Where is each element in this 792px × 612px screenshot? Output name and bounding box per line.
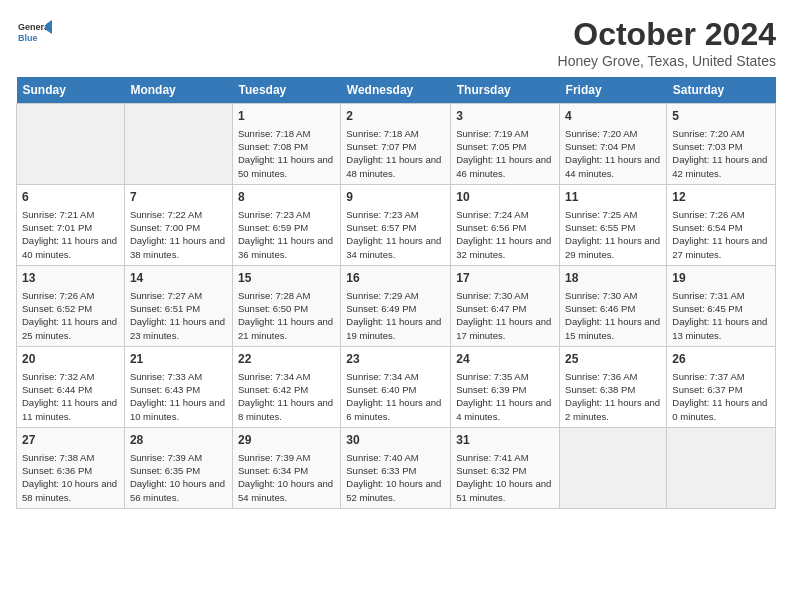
logo: General Blue bbox=[16, 16, 56, 52]
calendar-cell: 4Sunrise: 7:20 AM Sunset: 7:04 PM Daylig… bbox=[560, 104, 667, 185]
location: Honey Grove, Texas, United States bbox=[558, 53, 776, 69]
calendar-week-row: 13Sunrise: 7:26 AM Sunset: 6:52 PM Dayli… bbox=[17, 265, 776, 346]
day-number: 25 bbox=[565, 351, 661, 368]
calendar-header-row: SundayMondayTuesdayWednesdayThursdayFrid… bbox=[17, 77, 776, 104]
calendar-cell: 14Sunrise: 7:27 AM Sunset: 6:51 PM Dayli… bbox=[124, 265, 232, 346]
cell-content: Sunrise: 7:40 AM Sunset: 6:33 PM Dayligh… bbox=[346, 451, 445, 504]
day-number: 6 bbox=[22, 189, 119, 206]
calendar-cell: 29Sunrise: 7:39 AM Sunset: 6:34 PM Dayli… bbox=[232, 427, 340, 508]
calendar-cell bbox=[17, 104, 125, 185]
day-number: 13 bbox=[22, 270, 119, 287]
calendar-cell: 27Sunrise: 7:38 AM Sunset: 6:36 PM Dayli… bbox=[17, 427, 125, 508]
day-number: 16 bbox=[346, 270, 445, 287]
cell-content: Sunrise: 7:34 AM Sunset: 6:42 PM Dayligh… bbox=[238, 370, 335, 423]
calendar-cell: 23Sunrise: 7:34 AM Sunset: 6:40 PM Dayli… bbox=[341, 346, 451, 427]
cell-content: Sunrise: 7:22 AM Sunset: 7:00 PM Dayligh… bbox=[130, 208, 227, 261]
day-number: 7 bbox=[130, 189, 227, 206]
day-number: 15 bbox=[238, 270, 335, 287]
calendar-cell: 24Sunrise: 7:35 AM Sunset: 6:39 PM Dayli… bbox=[451, 346, 560, 427]
cell-content: Sunrise: 7:31 AM Sunset: 6:45 PM Dayligh… bbox=[672, 289, 770, 342]
calendar-cell: 10Sunrise: 7:24 AM Sunset: 6:56 PM Dayli… bbox=[451, 184, 560, 265]
calendar-week-row: 6Sunrise: 7:21 AM Sunset: 7:01 PM Daylig… bbox=[17, 184, 776, 265]
cell-content: Sunrise: 7:30 AM Sunset: 6:46 PM Dayligh… bbox=[565, 289, 661, 342]
day-number: 4 bbox=[565, 108, 661, 125]
cell-content: Sunrise: 7:38 AM Sunset: 6:36 PM Dayligh… bbox=[22, 451, 119, 504]
cell-content: Sunrise: 7:26 AM Sunset: 6:54 PM Dayligh… bbox=[672, 208, 770, 261]
cell-content: Sunrise: 7:20 AM Sunset: 7:04 PM Dayligh… bbox=[565, 127, 661, 180]
day-header: Saturday bbox=[667, 77, 776, 104]
calendar-cell: 12Sunrise: 7:26 AM Sunset: 6:54 PM Dayli… bbox=[667, 184, 776, 265]
cell-content: Sunrise: 7:19 AM Sunset: 7:05 PM Dayligh… bbox=[456, 127, 554, 180]
page-header: General Blue October 2024 Honey Grove, T… bbox=[16, 16, 776, 69]
day-number: 8 bbox=[238, 189, 335, 206]
calendar-cell: 17Sunrise: 7:30 AM Sunset: 6:47 PM Dayli… bbox=[451, 265, 560, 346]
cell-content: Sunrise: 7:18 AM Sunset: 7:07 PM Dayligh… bbox=[346, 127, 445, 180]
cell-content: Sunrise: 7:35 AM Sunset: 6:39 PM Dayligh… bbox=[456, 370, 554, 423]
cell-content: Sunrise: 7:39 AM Sunset: 6:35 PM Dayligh… bbox=[130, 451, 227, 504]
calendar-cell: 18Sunrise: 7:30 AM Sunset: 6:46 PM Dayli… bbox=[560, 265, 667, 346]
calendar-cell: 2Sunrise: 7:18 AM Sunset: 7:07 PM Daylig… bbox=[341, 104, 451, 185]
day-number: 26 bbox=[672, 351, 770, 368]
calendar-cell: 6Sunrise: 7:21 AM Sunset: 7:01 PM Daylig… bbox=[17, 184, 125, 265]
cell-content: Sunrise: 7:20 AM Sunset: 7:03 PM Dayligh… bbox=[672, 127, 770, 180]
cell-content: Sunrise: 7:18 AM Sunset: 7:08 PM Dayligh… bbox=[238, 127, 335, 180]
title-block: October 2024 Honey Grove, Texas, United … bbox=[558, 16, 776, 69]
calendar-cell bbox=[124, 104, 232, 185]
calendar-table: SundayMondayTuesdayWednesdayThursdayFrid… bbox=[16, 77, 776, 509]
calendar-cell: 25Sunrise: 7:36 AM Sunset: 6:38 PM Dayli… bbox=[560, 346, 667, 427]
day-number: 29 bbox=[238, 432, 335, 449]
day-header: Friday bbox=[560, 77, 667, 104]
cell-content: Sunrise: 7:41 AM Sunset: 6:32 PM Dayligh… bbox=[456, 451, 554, 504]
day-number: 28 bbox=[130, 432, 227, 449]
day-number: 18 bbox=[565, 270, 661, 287]
cell-content: Sunrise: 7:33 AM Sunset: 6:43 PM Dayligh… bbox=[130, 370, 227, 423]
day-number: 11 bbox=[565, 189, 661, 206]
day-number: 5 bbox=[672, 108, 770, 125]
calendar-cell: 3Sunrise: 7:19 AM Sunset: 7:05 PM Daylig… bbox=[451, 104, 560, 185]
cell-content: Sunrise: 7:27 AM Sunset: 6:51 PM Dayligh… bbox=[130, 289, 227, 342]
cell-content: Sunrise: 7:29 AM Sunset: 6:49 PM Dayligh… bbox=[346, 289, 445, 342]
calendar-cell: 15Sunrise: 7:28 AM Sunset: 6:50 PM Dayli… bbox=[232, 265, 340, 346]
day-number: 9 bbox=[346, 189, 445, 206]
calendar-cell: 5Sunrise: 7:20 AM Sunset: 7:03 PM Daylig… bbox=[667, 104, 776, 185]
day-number: 23 bbox=[346, 351, 445, 368]
calendar-cell: 30Sunrise: 7:40 AM Sunset: 6:33 PM Dayli… bbox=[341, 427, 451, 508]
day-number: 1 bbox=[238, 108, 335, 125]
calendar-week-row: 27Sunrise: 7:38 AM Sunset: 6:36 PM Dayli… bbox=[17, 427, 776, 508]
cell-content: Sunrise: 7:39 AM Sunset: 6:34 PM Dayligh… bbox=[238, 451, 335, 504]
calendar-cell: 19Sunrise: 7:31 AM Sunset: 6:45 PM Dayli… bbox=[667, 265, 776, 346]
calendar-cell: 22Sunrise: 7:34 AM Sunset: 6:42 PM Dayli… bbox=[232, 346, 340, 427]
calendar-cell: 26Sunrise: 7:37 AM Sunset: 6:37 PM Dayli… bbox=[667, 346, 776, 427]
calendar-cell: 11Sunrise: 7:25 AM Sunset: 6:55 PM Dayli… bbox=[560, 184, 667, 265]
day-number: 12 bbox=[672, 189, 770, 206]
cell-content: Sunrise: 7:21 AM Sunset: 7:01 PM Dayligh… bbox=[22, 208, 119, 261]
logo-icon: General Blue bbox=[16, 16, 52, 52]
calendar-cell: 20Sunrise: 7:32 AM Sunset: 6:44 PM Dayli… bbox=[17, 346, 125, 427]
day-number: 22 bbox=[238, 351, 335, 368]
calendar-week-row: 1Sunrise: 7:18 AM Sunset: 7:08 PM Daylig… bbox=[17, 104, 776, 185]
day-number: 10 bbox=[456, 189, 554, 206]
month-title: October 2024 bbox=[558, 16, 776, 53]
cell-content: Sunrise: 7:24 AM Sunset: 6:56 PM Dayligh… bbox=[456, 208, 554, 261]
day-header: Monday bbox=[124, 77, 232, 104]
day-header: Sunday bbox=[17, 77, 125, 104]
day-number: 17 bbox=[456, 270, 554, 287]
day-number: 31 bbox=[456, 432, 554, 449]
day-number: 19 bbox=[672, 270, 770, 287]
day-number: 27 bbox=[22, 432, 119, 449]
cell-content: Sunrise: 7:30 AM Sunset: 6:47 PM Dayligh… bbox=[456, 289, 554, 342]
calendar-cell bbox=[667, 427, 776, 508]
cell-content: Sunrise: 7:23 AM Sunset: 6:59 PM Dayligh… bbox=[238, 208, 335, 261]
calendar-cell: 16Sunrise: 7:29 AM Sunset: 6:49 PM Dayli… bbox=[341, 265, 451, 346]
calendar-cell: 13Sunrise: 7:26 AM Sunset: 6:52 PM Dayli… bbox=[17, 265, 125, 346]
calendar-cell: 21Sunrise: 7:33 AM Sunset: 6:43 PM Dayli… bbox=[124, 346, 232, 427]
day-header: Tuesday bbox=[232, 77, 340, 104]
day-number: 2 bbox=[346, 108, 445, 125]
cell-content: Sunrise: 7:25 AM Sunset: 6:55 PM Dayligh… bbox=[565, 208, 661, 261]
day-number: 21 bbox=[130, 351, 227, 368]
day-header: Wednesday bbox=[341, 77, 451, 104]
cell-content: Sunrise: 7:36 AM Sunset: 6:38 PM Dayligh… bbox=[565, 370, 661, 423]
day-number: 24 bbox=[456, 351, 554, 368]
calendar-cell: 28Sunrise: 7:39 AM Sunset: 6:35 PM Dayli… bbox=[124, 427, 232, 508]
svg-text:Blue: Blue bbox=[18, 33, 38, 43]
